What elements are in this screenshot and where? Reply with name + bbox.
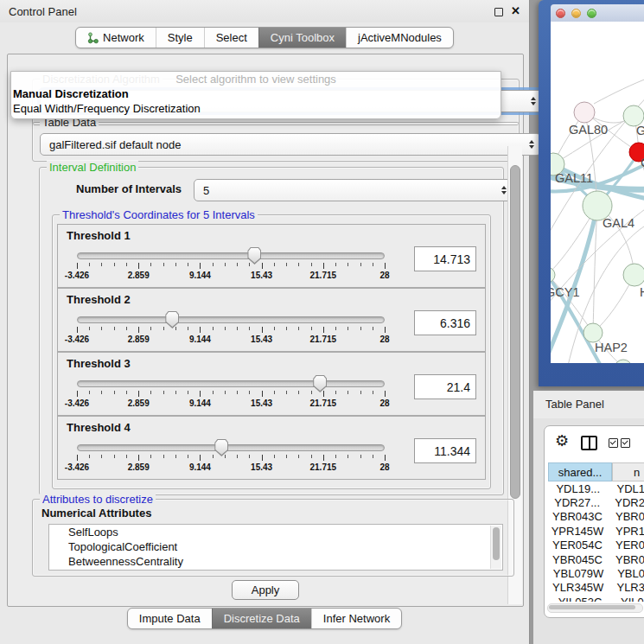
slider-thumb[interactable] [313, 375, 327, 392]
tab-jactivemnodules[interactable]: jActiveMNodules [346, 28, 453, 48]
slider-track [77, 380, 385, 387]
popup-option[interactable]: Manual Discretization [11, 86, 501, 101]
split-columns-icon[interactable] [581, 436, 597, 450]
slider-tick [175, 455, 176, 458]
tab-infer-network[interactable]: Infer Network [311, 609, 401, 628]
table-row[interactable]: YER054CYER0 [548, 539, 644, 552]
table-row[interactable]: YLR345WYLR3 [548, 581, 644, 595]
slider-tick [373, 263, 373, 266]
table-cell: YPR1 [607, 525, 644, 538]
popup-option[interactable]: Equal Width/Frequency Discretization [11, 101, 501, 116]
threshold-slider[interactable]: -3.4262.8599.14415.4321.71528 [77, 380, 385, 410]
table-row[interactable]: YPR145WYPR1 [548, 524, 644, 538]
table-row[interactable]: YIL053CYIL0 [548, 595, 644, 602]
network-edge[interactable] [551, 275, 593, 333]
threshold-value-field[interactable] [414, 246, 476, 271]
table-cell: YER0 [607, 539, 644, 552]
list-item[interactable]: BetweennessCentrality [49, 554, 502, 569]
network-node[interactable] [574, 102, 595, 123]
slider-tick [298, 455, 299, 458]
slider-thumb[interactable] [165, 311, 179, 328]
network-node[interactable] [551, 267, 555, 283]
slider-thumb[interactable] [214, 439, 228, 456]
scrollbar-thumb[interactable] [510, 165, 520, 499]
horizontal-scrollbar[interactable] [547, 603, 643, 613]
tab-impute-data[interactable]: Impute Data [128, 609, 212, 628]
network-edge[interactable] [594, 77, 644, 104]
table-row[interactable]: YDR27...YDR2 [548, 495, 644, 509]
close-traffic-light-icon[interactable] [556, 9, 565, 18]
threshold-value-field[interactable] [414, 310, 476, 335]
network-node[interactable] [623, 264, 644, 286]
list-item[interactable]: SelfLoops [49, 525, 502, 539]
network-node[interactable] [583, 323, 603, 342]
popup-options: Manual DiscretizationEqual Width/Frequen… [11, 86, 501, 116]
tab-label: Infer Network [323, 612, 390, 625]
table-cell: YIL0 [612, 596, 644, 602]
threshold-slider[interactable]: -3.4262.8599.14415.4321.71528 [77, 444, 385, 474]
slider-tick [298, 263, 299, 266]
slider-tick [175, 327, 176, 330]
threshold-value-field[interactable] [414, 438, 476, 463]
network-canvas[interactable]: GAL80GACGAL11GAL4GCY1HHAP2 [551, 22, 644, 363]
slider-tick [262, 391, 263, 397]
tab-network[interactable]: Network [76, 28, 156, 48]
slider-tick [101, 391, 102, 394]
table-row[interactable]: YDL19...YDL1 [548, 481, 644, 495]
table-data-combobox[interactable]: galFiltered.sif default node [40, 133, 541, 156]
thresholds-group: Threshold's Coordinates for 5 Intervals … [52, 214, 491, 489]
table-cell: YBL0 [609, 567, 644, 580]
slider-tick [323, 391, 324, 397]
tab-select[interactable]: Select [204, 28, 258, 48]
checkbox-icon[interactable] [621, 438, 630, 448]
threshold-label: Threshold 1 [67, 229, 131, 242]
slider-tick [89, 263, 90, 266]
slider-tick-label: 21.715 [310, 399, 337, 408]
minimize-traffic-light-icon[interactable] [571, 9, 581, 18]
checkbox-icon[interactable] [609, 438, 618, 448]
list-scrollbar[interactable] [490, 526, 501, 569]
tab-label: Impute Data [139, 612, 201, 625]
column-header[interactable]: shared... [548, 462, 612, 481]
column-header[interactable]: n [612, 462, 644, 481]
algorithm-dropdown-popup: Select algorithm to view settings Manual… [10, 71, 501, 119]
list-item[interactable]: TopologicalCoefficient [49, 539, 502, 554]
slider-tick [373, 327, 373, 330]
network-icon [87, 32, 99, 44]
table-row[interactable]: YBL079WYBL0 [548, 566, 644, 580]
float-window-icon[interactable] [494, 8, 503, 16]
number-of-intervals-combobox[interactable]: 5 [194, 179, 513, 201]
close-icon[interactable]: ✕ [511, 4, 520, 17]
network-window-titlebar[interactable] [551, 4, 644, 22]
slider-tick [225, 455, 226, 458]
numerical-attributes-heading: Numerical Attributes [41, 507, 151, 520]
slider-tick-label: -3.426 [65, 399, 89, 408]
tab-cyni-toolbox[interactable]: Cyni Toolbox [258, 28, 346, 48]
slider-tick [213, 455, 214, 458]
slider-tick [323, 455, 324, 461]
scrollbar-thumb[interactable] [493, 527, 500, 560]
slider-tick [298, 327, 299, 330]
slider-tick [360, 455, 361, 458]
slider-tick [237, 455, 238, 458]
combo-stepper-icon [531, 97, 536, 105]
numerical-attributes-list[interactable]: SelfLoopsTopologicalCoefficientBetweenne… [48, 524, 503, 571]
threshold-slider[interactable]: -3.4262.8599.14415.4321.71528 [77, 316, 385, 346]
gear-icon[interactable]: ⚙ [555, 433, 569, 449]
apply-button[interactable]: Apply [232, 580, 299, 600]
tab-discretize-data[interactable]: Discretize Data [212, 609, 311, 628]
slider-tick [150, 391, 151, 394]
slider-tick [274, 263, 275, 266]
slider-tick-label: 9.144 [189, 335, 211, 344]
scrollbar-thumb[interactable] [549, 605, 635, 609]
table-row[interactable]: YBR045CYBR0 [548, 552, 644, 566]
slider-tick-label: 28 [379, 462, 389, 472]
threshold-slider[interactable]: -3.4262.8599.14415.4321.71528 [77, 252, 385, 282]
slider-thumb[interactable] [247, 247, 261, 265]
table-row[interactable]: YBR043CYBR0 [548, 510, 644, 524]
tab-style[interactable]: Style [156, 28, 204, 48]
slider-tick [114, 327, 115, 330]
threshold-value-field[interactable] [414, 374, 476, 399]
zoom-traffic-light-icon[interactable] [587, 9, 596, 18]
slider-tick [311, 327, 312, 330]
